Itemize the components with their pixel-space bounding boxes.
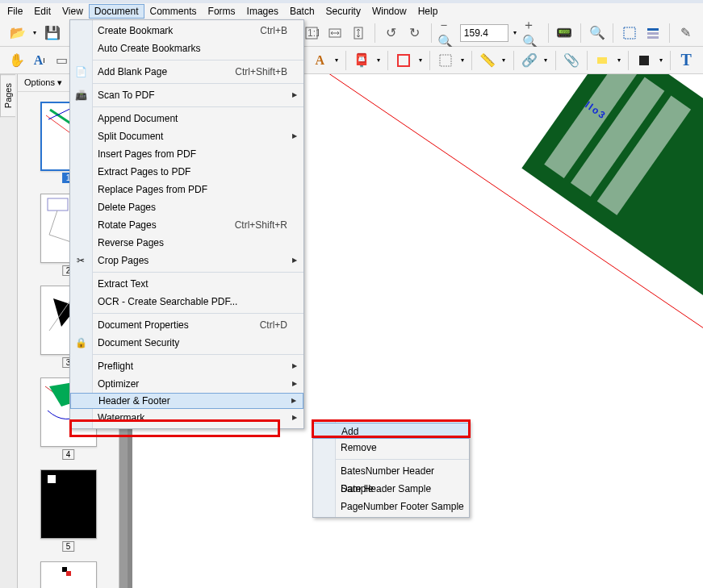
svg-rect-6 <box>647 32 659 35</box>
side-tabstrip: Pages <box>0 74 18 588</box>
page-icon: 📄 <box>73 65 88 79</box>
menubar: File Edit View Document Comments Forms I… <box>0 3 703 19</box>
svg-rect-8 <box>398 55 409 66</box>
svg-rect-4 <box>624 27 635 39</box>
mi-rotate-pages[interactable]: Rotate Pages Ctrl+Shift+R <box>70 216 303 234</box>
mi-insert-pages[interactable]: Insert Pages from PDF <box>70 145 303 163</box>
text-select-tool[interactable]: AI <box>29 49 50 72</box>
stamp-tool[interactable]: 📮 <box>351 49 372 72</box>
mi-auto-create-bookmarks[interactable]: Auto Create Bookmarks <box>70 40 303 57</box>
sign-button[interactable]: ✎ <box>675 22 697 44</box>
redact-dropdown[interactable]: ▾ <box>656 49 665 72</box>
svg-rect-10 <box>597 57 607 64</box>
fit-width-button[interactable] <box>324 22 346 44</box>
mi-ocr[interactable]: OCR - Create Searchable PDF... <box>70 293 303 311</box>
menu-comments[interactable]: Comments <box>144 4 203 19</box>
menu-view[interactable]: View <box>56 4 89 19</box>
mi-hf-date-sample[interactable]: Date Header Sample <box>313 480 469 498</box>
svg-rect-5 <box>647 28 659 31</box>
page-number: 5 <box>62 541 75 552</box>
menu-document[interactable]: Document <box>89 4 144 19</box>
area-dropdown[interactable]: ▾ <box>458 49 467 72</box>
lock-icon: 🔒 <box>73 336 88 350</box>
measure-tool[interactable]: 📏 <box>477 49 498 72</box>
menu-forms[interactable]: Forms <box>203 4 241 19</box>
mi-replace-pages[interactable]: Replace Pages from PDF <box>70 181 303 198</box>
svg-rect-9 <box>440 55 451 66</box>
mi-optimizer[interactable]: Optimizer▶ <box>70 375 303 393</box>
menu-images[interactable]: Images <box>241 4 284 19</box>
rotate-cw-button[interactable]: ↻ <box>404 22 425 44</box>
save-button[interactable]: 💾 <box>41 22 63 44</box>
highlight-tool[interactable] <box>592 49 613 72</box>
mi-split-document[interactable]: Split Document▶ <box>70 127 303 145</box>
text-edit-tool[interactable]: T <box>676 49 697 72</box>
measure-dropdown[interactable]: ▾ <box>500 49 508 72</box>
hand-tool[interactable]: ✋ <box>6 49 27 72</box>
open-button[interactable]: 📂 <box>6 22 28 44</box>
mi-crop-pages[interactable]: ✂ Crop Pages▶ <box>70 252 303 269</box>
tab-pages[interactable]: Pages <box>0 74 15 117</box>
svg-text:1:1: 1:1 <box>308 27 319 39</box>
shape-tool[interactable] <box>393 49 414 72</box>
mi-doc-properties[interactable]: Document Properties Ctrl+D <box>70 316 303 334</box>
crop-icon: ✂ <box>73 253 88 268</box>
scan-button[interactable]: 📟 <box>554 22 575 44</box>
thumbnail[interactable] <box>40 561 97 588</box>
mi-watermark[interactable]: Watermark▶ <box>70 409 303 427</box>
mi-hf-pagenum-sample[interactable]: PageNumber Footer Sample <box>313 498 469 515</box>
mi-doc-security[interactable]: 🔒 Document Security <box>70 334 303 352</box>
mi-hf-bates-sample[interactable]: BatesNumber Header Sample <box>313 462 469 480</box>
page-number: 4 <box>62 449 75 460</box>
svg-rect-20 <box>48 475 56 483</box>
thumbnail[interactable]: 5 <box>40 469 97 539</box>
zoom-input[interactable] <box>460 24 508 42</box>
mi-hf-remove[interactable]: Remove <box>313 439 469 457</box>
highlight-dropdown[interactable]: ▾ <box>614 49 623 72</box>
scanner-icon: 📠 <box>73 88 88 102</box>
menu-window[interactable]: Window <box>366 4 412 19</box>
rotate-ccw-button[interactable]: ↺ <box>380 22 402 44</box>
typewriter-dropdown[interactable]: ▾ <box>332 49 341 72</box>
fit-page-button[interactable] <box>348 22 370 44</box>
attach-tool[interactable]: 📎 <box>561 49 582 72</box>
redact-tool[interactable] <box>634 49 655 72</box>
document-menu: Create Bookmark Ctrl+B Auto Create Bookm… <box>69 19 304 429</box>
mi-delete-pages[interactable]: Delete Pages <box>70 198 303 216</box>
shape-dropdown[interactable]: ▾ <box>416 49 425 72</box>
header-footer-submenu: Add Remove BatesNumber Header Sample Dat… <box>312 420 470 518</box>
svg-rect-7 <box>647 36 659 39</box>
link-tool[interactable]: 🔗 <box>519 49 540 72</box>
mi-hf-add[interactable]: Add <box>313 423 469 439</box>
mi-create-bookmark[interactable]: Create Bookmark Ctrl+B <box>70 22 303 40</box>
svg-rect-22 <box>66 571 71 576</box>
area-tool[interactable] <box>435 49 456 72</box>
mi-append-document[interactable]: Append Document <box>70 110 303 127</box>
menu-edit[interactable]: Edit <box>28 4 56 19</box>
link-dropdown[interactable]: ▾ <box>542 49 550 72</box>
mi-extract-text[interactable]: Extract Text <box>70 275 303 293</box>
zoom-out-button[interactable]: －🔍 <box>437 22 458 44</box>
mi-preflight[interactable]: Preflight▶ <box>70 357 303 375</box>
mi-reverse-pages[interactable]: Reverse Pages <box>70 234 303 252</box>
mi-header-footer[interactable]: Header & Footer▶ <box>70 393 303 409</box>
zoom-dropdown[interactable]: ▾ <box>510 22 520 44</box>
stamp-dropdown[interactable]: ▾ <box>374 49 383 72</box>
svg-rect-15 <box>48 198 68 211</box>
mi-scan-to-pdf[interactable]: 📠 Scan To PDF ▶ <box>70 86 303 104</box>
typewriter-tool[interactable]: A <box>309 49 330 72</box>
loupe-button[interactable]: 🔍 <box>586 22 608 44</box>
mi-add-blank-page[interactable]: 📄 Add Blank Page Ctrl+Shift+B <box>70 63 303 81</box>
menu-file[interactable]: File <box>2 4 28 19</box>
menu-batch[interactable]: Batch <box>284 4 320 19</box>
snapshot-button[interactable] <box>618 22 640 44</box>
svg-rect-11 <box>639 56 649 65</box>
mi-extract-pages[interactable]: Extract Pages to PDF <box>70 163 303 181</box>
form-button[interactable] <box>642 22 663 44</box>
open-dropdown[interactable]: ▾ <box>30 22 40 44</box>
zoom-in-button[interactable]: ＋🔍 <box>521 22 543 44</box>
menu-security[interactable]: Security <box>320 4 366 19</box>
